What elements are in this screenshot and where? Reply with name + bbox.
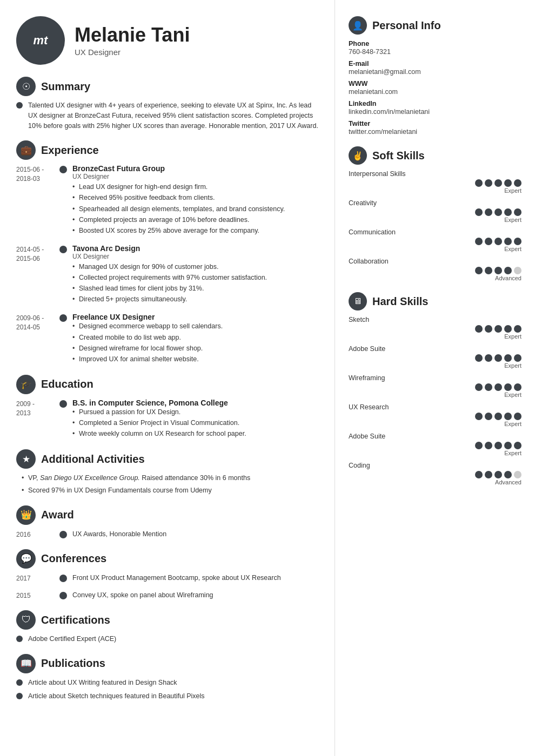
dot (514, 442, 521, 449)
exp-content-2: Tavona Arc Design UX Designer Managed UX… (72, 244, 318, 306)
summary-text: Talented UX designer with 4+ years of ex… (28, 100, 318, 131)
edu-bullet: Pursued a passion for UX Design. (72, 407, 318, 417)
summary-title: Summary (41, 80, 90, 93)
dot (475, 208, 483, 216)
education-header: 🎓 Education (16, 375, 318, 394)
soft-skills-title: Soft Skills (372, 150, 425, 162)
activities-header: ★ Additional Activities (16, 449, 318, 469)
exp-bullets-3: Designed ecommerce webapp to sell calend… (72, 321, 318, 364)
exp-role-2: UX Designer (72, 253, 318, 260)
exp-bullet: Collected project requirements with 97% … (72, 273, 318, 282)
exp-date-1: 2015-06 -2018-03 (16, 164, 59, 184)
experience-title: Experience (41, 144, 99, 157)
dot (475, 238, 483, 245)
soft-skills-header: ✌ Soft Skills (349, 146, 521, 165)
hard-skills-icon: 🖥 (349, 292, 367, 310)
exp-bullet: Slashed lead times for client jobs by 31… (72, 284, 318, 293)
twitter-label: Twitter (349, 120, 521, 127)
hard-skills-section: 🖥 Hard Skills Sketch Expert Adobe Suite (349, 292, 521, 485)
phone-label: Phone (349, 40, 521, 48)
hard-skill-name-1: Sketch (349, 316, 521, 323)
dot (514, 208, 521, 216)
experience-section: 💼 Experience 2015-06 -2018-03 BronzeCast… (16, 140, 318, 365)
avatar: mt (16, 16, 65, 65)
soft-skill-name-1: Interpersonal Skills (349, 170, 521, 178)
left-column: mt Melanie Tani UX Designer ☉ Summary Ta… (0, 0, 335, 756)
conf-dot-1 (59, 575, 67, 582)
hard-skill-level-5: Expert (349, 450, 521, 456)
dot (504, 208, 512, 216)
publications-title: Publications (41, 657, 105, 670)
edu-bullet: Completed a Senior Project in Visual Com… (72, 418, 318, 428)
hard-skill-dots-5 (349, 442, 521, 449)
experience-item-2: 2014-05 -2015-06 Tavona Arc Design UX De… (16, 244, 318, 306)
exp-date-2: 2014-05 -2015-06 (16, 244, 59, 264)
conferences-section: 💬 Conferences 2017 Front UX Product Mana… (16, 549, 318, 601)
conf-content-2: Convey UX, spoke on panel about Wirefram… (72, 590, 318, 600)
hard-skill-name-4: UX Research (349, 403, 521, 411)
pub-text-2: Article about Sketch techniques featured… (28, 691, 205, 701)
publications-section: 📖 Publications Article about UX Writing … (16, 654, 318, 701)
dot (514, 354, 521, 362)
pub-dot-1 (16, 679, 23, 686)
exp-bullets-2: Managed UX design for 90% of customer jo… (72, 262, 318, 305)
exp-dot-2 (59, 246, 67, 253)
experience-icon: 💼 (16, 140, 36, 160)
avatar-initials: mt (34, 33, 48, 48)
award-content-1: UX Awards, Honorable Mention (72, 529, 318, 539)
hard-skill-1: Sketch Expert (349, 316, 521, 340)
activity-item-2: Scored 97% in UX Design Fundamentals cou… (22, 485, 318, 496)
dot (494, 238, 502, 245)
candidate-title: UX Designer (75, 48, 190, 57)
soft-skills-icon: ✌ (349, 146, 367, 165)
exp-dot-3 (59, 314, 67, 322)
personal-info-section: 👤 Personal Info Phone 760-848-7321 E-mai… (349, 16, 521, 136)
exp-bullet: Created mobile to do list web app. (72, 333, 318, 342)
exp-role-1: UX Designer (72, 173, 318, 180)
conferences-title: Conferences (41, 552, 106, 565)
award-date-1: 2016 (16, 529, 59, 539)
exp-bullet: Improved UX for animal shelter website. (72, 354, 318, 364)
exp-content-3: Freelance UX Designer Designed ecommerce… (72, 313, 318, 365)
dot (494, 325, 502, 333)
pub-text-1: Article about UX Writing featured in Des… (28, 678, 177, 688)
email-label: E-mail (349, 60, 521, 68)
dot (475, 267, 483, 274)
soft-skill-level-2: Expert (349, 217, 521, 223)
conferences-header: 💬 Conferences (16, 549, 318, 569)
exp-bullet: Managed UX design for 90% of customer jo… (72, 262, 318, 272)
exp-content-1: BronzeCast Futura Group UX Designer Lead… (72, 164, 318, 237)
candidate-name: Melanie Tani (75, 24, 190, 46)
hard-skill-name-3: Wireframing (349, 374, 521, 382)
pub-item-2: Article about Sketch techniques featured… (16, 691, 318, 701)
edu-bullet: Wrote weekly column on UX Research for s… (72, 429, 318, 438)
dot (485, 383, 492, 391)
dot (504, 383, 512, 391)
certifications-header: 🛡 Certifications (16, 610, 318, 630)
dot (494, 383, 502, 391)
dot (475, 325, 483, 333)
cert-dot-1 (16, 636, 23, 642)
dot (494, 179, 502, 187)
linkedin-label: LinkedIn (349, 100, 521, 107)
award-text-1: UX Awards, Honorable Mention (72, 529, 318, 539)
hard-skill-dots-3 (349, 383, 521, 391)
exp-bullet: Designed ecommerce webapp to sell calend… (72, 321, 318, 331)
award-header: 👑 Award (16, 505, 318, 525)
edu-bullets-1: Pursued a passion for UX Design. Complet… (72, 407, 318, 438)
summary-section: ☉ Summary Talented UX designer with 4+ y… (16, 77, 318, 131)
dot (514, 179, 521, 187)
exp-bullet: Lead UX designer for high-end design fir… (72, 182, 318, 192)
cert-text-1: Adobe Certified Expert (ACE) (28, 634, 116, 644)
dot (504, 179, 512, 187)
award-icon: 👑 (16, 505, 36, 525)
hard-skill-name-2: Adobe Suite (349, 345, 521, 353)
experience-item-1: 2015-06 -2018-03 BronzeCast Futura Group… (16, 164, 318, 237)
dot (494, 354, 502, 362)
exp-bullet: Spearheaded all design elements, templat… (72, 204, 318, 214)
summary-header: ☉ Summary (16, 77, 318, 96)
dot (514, 325, 521, 333)
hard-skill-level-1: Expert (349, 333, 521, 340)
www-label: WWW (349, 80, 521, 87)
personal-info-header: 👤 Personal Info (349, 16, 521, 35)
